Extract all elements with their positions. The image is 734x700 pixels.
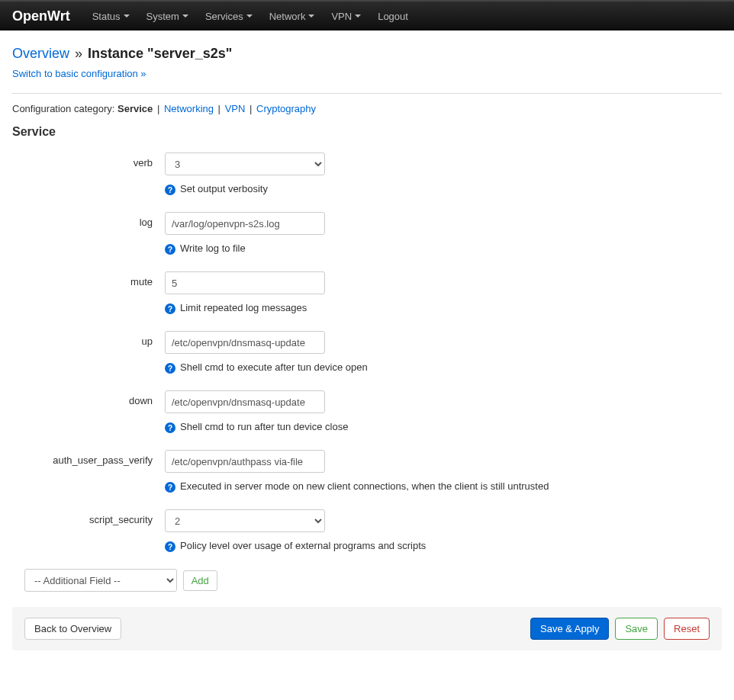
config-nav-label: Configuration category: — [12, 103, 114, 114]
config-nav-vpn[interactable]: VPN — [225, 103, 246, 114]
caret-icon — [182, 14, 188, 18]
switch-link[interactable]: Switch to basic configuration » — [12, 68, 146, 79]
help-row: ? Limit repeated log messages — [12, 302, 722, 314]
reset-button[interactable]: Reset — [664, 618, 710, 640]
config-nav-cryptography[interactable]: Cryptography — [256, 103, 316, 114]
breadcrumb-overview[interactable]: Overview — [12, 46, 69, 61]
help-text: Shell cmd to execute after tun device op… — [180, 361, 368, 374]
brand[interactable]: OpenWrt — [12, 8, 70, 24]
config-nav-sep: | — [157, 103, 159, 114]
nav-network[interactable]: Network — [261, 1, 324, 31]
nav-status-label: Status — [92, 11, 121, 22]
help-text: Set output verbosity — [180, 183, 268, 195]
config-nav-active: Service — [118, 103, 153, 114]
nav-services-label: Services — [205, 11, 243, 22]
help-text: Write log to file — [180, 242, 246, 255]
script-security-select[interactable]: 2 — [165, 509, 325, 532]
help-row: ? Policy level over usage of external pr… — [12, 540, 722, 552]
help-icon: ? — [165, 244, 175, 255]
actions-bar: Back to Overview Save & Apply Save Reset — [12, 607, 722, 650]
up-input[interactable] — [165, 331, 325, 354]
help-row: ? Executed in server mode on new client … — [12, 480, 722, 493]
help-icon: ? — [165, 185, 175, 195]
field-label: auth_user_pass_verify — [12, 450, 165, 466]
caret-icon — [355, 14, 361, 18]
help-text: Policy level over usage of external prog… — [180, 540, 426, 552]
field-row-mute: mute — [12, 271, 722, 294]
field-label: verb — [12, 153, 165, 169]
field-row-script-security: script_security 2 — [12, 509, 722, 532]
help-row: ? Shell cmd to execute after tun device … — [12, 361, 722, 374]
config-nav-networking[interactable]: Networking — [164, 103, 214, 114]
field-row-down: down — [12, 390, 722, 413]
caret-icon — [246, 14, 253, 18]
caret-icon — [124, 14, 130, 18]
additional-field-row: -- Additional Field -- Add — [12, 569, 722, 592]
field-row-verb: verb 3 — [12, 153, 722, 175]
breadcrumb-instance: Instance "server_s2s" — [88, 46, 232, 61]
field-label: log — [12, 212, 165, 228]
nav-network-label: Network — [269, 11, 306, 22]
help-icon: ? — [165, 422, 175, 433]
add-button[interactable]: Add — [183, 570, 217, 591]
field-label: mute — [12, 271, 165, 287]
nav-vpn-label: VPN — [331, 11, 352, 22]
help-text: Limit repeated log messages — [180, 302, 307, 314]
main-container: Overview » Instance "server_s2s" Switch … — [0, 31, 734, 663]
help-row: ? Shell cmd to run after tun device clos… — [12, 421, 722, 433]
nav-services[interactable]: Services — [197, 1, 261, 31]
field-row-log: log — [12, 212, 722, 235]
breadcrumb: Overview » Instance "server_s2s" — [12, 46, 722, 62]
config-nav-sep: | — [249, 103, 252, 114]
caret-icon — [308, 14, 314, 18]
nav-status[interactable]: Status — [84, 1, 138, 31]
config-nav-sep: | — [218, 103, 221, 114]
auth-user-pass-verify-input[interactable] — [165, 450, 325, 473]
help-row: ? Write log to file — [12, 242, 722, 255]
field-label: up — [12, 331, 165, 347]
navbar: OpenWrt Status System Services Network V… — [0, 0, 734, 31]
config-nav: Configuration category: Service | Networ… — [12, 93, 722, 114]
help-text: Executed in server mode on new client co… — [180, 480, 549, 493]
back-button[interactable]: Back to Overview — [24, 618, 121, 640]
verb-select[interactable]: 3 — [165, 153, 325, 175]
field-row-auth-user-pass-verify: auth_user_pass_verify — [12, 450, 722, 473]
actions-right: Save & Apply Save Reset — [530, 618, 710, 640]
save-button[interactable]: Save — [615, 618, 658, 640]
help-row: ? Set output verbosity — [12, 183, 722, 195]
nav-vpn[interactable]: VPN — [323, 1, 369, 31]
save-apply-button[interactable]: Save & Apply — [530, 618, 609, 640]
help-icon: ? — [165, 363, 175, 374]
section-title: Service — [12, 125, 722, 139]
nav-logout[interactable]: Logout — [369, 1, 417, 31]
help-icon: ? — [165, 482, 175, 493]
additional-field-select[interactable]: -- Additional Field -- — [24, 569, 177, 592]
log-input[interactable] — [165, 212, 325, 235]
help-icon: ? — [165, 303, 175, 314]
help-text: Shell cmd to run after tun device close — [180, 421, 348, 433]
down-input[interactable] — [165, 390, 325, 413]
help-icon: ? — [165, 541, 175, 552]
nav-logout-label: Logout — [378, 11, 408, 22]
field-label: down — [12, 390, 165, 406]
nav-system[interactable]: System — [138, 1, 197, 31]
field-row-up: up — [12, 331, 722, 354]
breadcrumb-sep: » — [75, 46, 82, 61]
field-label: script_security — [12, 509, 165, 525]
nav-system-label: System — [146, 11, 179, 22]
mute-input[interactable] — [165, 271, 325, 294]
